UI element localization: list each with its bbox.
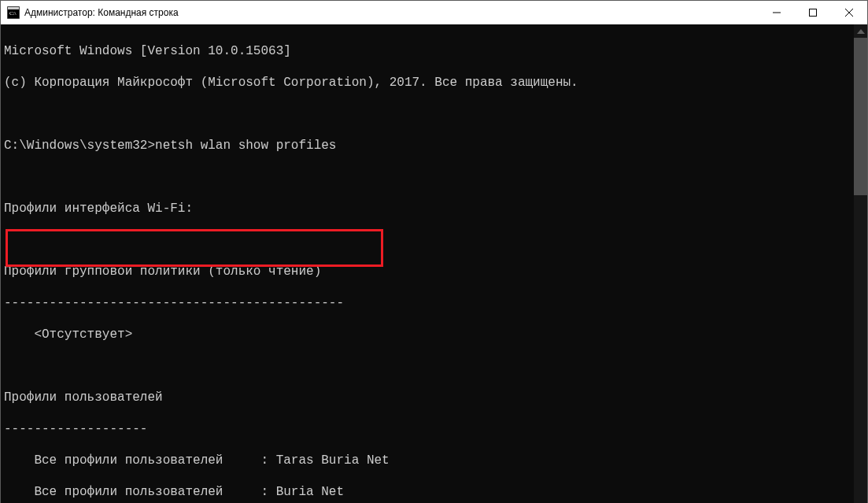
svg-marker-7	[857, 29, 865, 34]
window-controls	[759, 1, 867, 24]
close-button[interactable]	[831, 1, 867, 24]
minimize-button[interactable]	[759, 1, 795, 24]
output-heading: Профили пользователей	[4, 390, 854, 405]
blank-line	[4, 358, 854, 374]
output-divider: ----------------------------------------…	[4, 295, 854, 311]
prompt-command: netsh wlan show profiles	[155, 139, 336, 153]
prompt-prefix: C:\Windows\system32>	[4, 139, 155, 153]
maximize-button[interactable]	[795, 1, 831, 24]
output-heading: Профили интерфейса Wi-Fi:	[4, 201, 854, 216]
cmd-window: C:\ Администратор: Командная строка Micr…	[0, 0, 868, 503]
svg-rect-4	[810, 9, 817, 17]
titlebar[interactable]: C:\ Администратор: Командная строка	[1, 1, 867, 24]
svg-rect-1	[8, 7, 19, 9]
vertical-scrollbar[interactable]	[854, 24, 867, 503]
profile-row: Все профили пользователей : Buria Net	[4, 484, 854, 500]
blank-line	[4, 232, 854, 248]
window-title: Администратор: Командная строка	[24, 7, 759, 18]
console-output[interactable]: Microsoft Windows [Version 10.0.15063] (…	[1, 24, 854, 503]
prompt-line: C:\Windows\system32>netsh wlan show prof…	[4, 138, 854, 153]
cmd-icon: C:\	[7, 6, 20, 19]
blank-line	[4, 106, 854, 122]
scrollbar-track[interactable]	[854, 38, 867, 503]
profile-label: Все профили пользователей :	[4, 453, 276, 468]
output-heading: Профили групповой политики (только чтени…	[4, 264, 854, 279]
profile-row: Все профили пользователей : Taras Buria …	[4, 453, 854, 468]
profile-value: Buria Net	[276, 485, 344, 499]
svg-text:C:\: C:\	[9, 10, 17, 17]
scrollbar-thumb[interactable]	[854, 38, 867, 195]
profile-value: Taras Buria Net	[276, 453, 390, 468]
output-line: (c) Корпорация Майкрософт (Microsoft Cor…	[4, 75, 854, 91]
output-line: Microsoft Windows [Version 10.0.15063]	[4, 43, 854, 59]
blank-line	[4, 169, 854, 185]
output-divider: -------------------	[4, 421, 854, 437]
output-line: <Отсутствует>	[4, 327, 854, 342]
client-area: Microsoft Windows [Version 10.0.15063] (…	[1, 24, 867, 503]
profile-label: Все профили пользователей :	[4, 485, 276, 499]
scroll-up-arrow-icon[interactable]	[854, 24, 867, 38]
